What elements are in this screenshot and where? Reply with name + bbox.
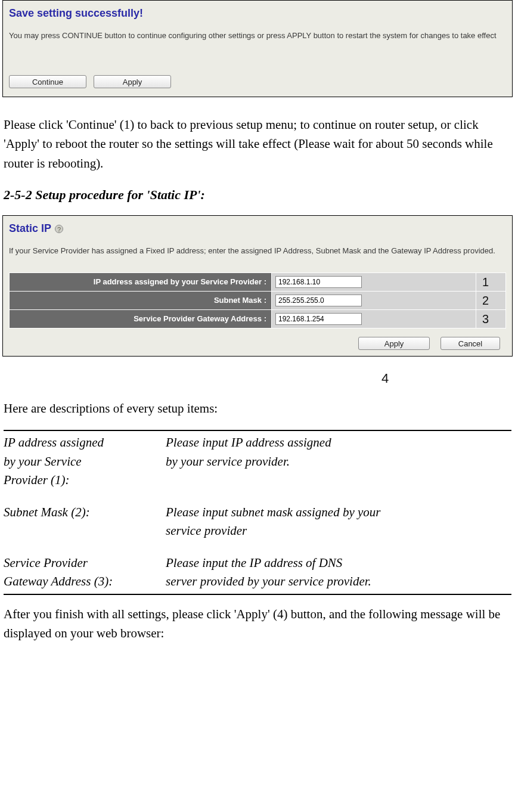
- desc-row-3: Service ProviderGateway Address (3): Ple…: [4, 554, 511, 591]
- panel1-heading: Save setting successfully!: [9, 5, 506, 21]
- panel2-desc: If your Service Provider has assigned a …: [9, 245, 506, 257]
- label-ip: IP address assigned by your Service Prov…: [10, 272, 272, 291]
- label-mask: Subnet Mask :: [10, 291, 272, 309]
- instruction-text-1: Please click 'Continue' (1) to back to p…: [4, 115, 511, 173]
- cell-mask-input: [272, 291, 476, 309]
- save-success-panel: Save setting successfully! You may press…: [2, 0, 513, 97]
- desc-text-2: Please input subnet mask assigned by you…: [166, 503, 511, 541]
- desc-name-1: IP address assignedby your ServiceProvid…: [4, 433, 166, 490]
- desc-name-2: Subnet Mask (2):: [4, 503, 166, 541]
- cell-ip-input: [272, 272, 476, 291]
- gateway-address-field[interactable]: [275, 313, 362, 325]
- ip-address-field[interactable]: [275, 276, 362, 288]
- annotation-4: 4: [381, 368, 515, 388]
- desc-text-3: Please input the IP address of DNSserver…: [166, 554, 511, 591]
- form-row-ip: IP address assigned by your Service Prov…: [10, 272, 506, 291]
- panel1-button-row: Continue Apply: [9, 75, 506, 88]
- annotation-3: 3: [476, 309, 506, 328]
- desc-name-3: Service ProviderGateway Address (3):: [4, 554, 166, 591]
- panel2-heading: Static IP ?: [9, 221, 506, 237]
- static-ip-form-table: IP address assigned by your Service Prov…: [9, 272, 506, 328]
- continue-button[interactable]: Continue: [9, 75, 86, 88]
- panel2-actions: Apply Cancel: [9, 337, 506, 350]
- label-gateway: Service Provider Gateway Address :: [10, 309, 272, 328]
- form-row-mask: Subnet Mask : 2: [10, 291, 506, 309]
- desc-row-2: Subnet Mask (2): Please input subnet mas…: [4, 503, 511, 541]
- annotation-1: 1: [476, 272, 506, 291]
- description-table: IP address assignedby your ServiceProvid…: [4, 430, 511, 595]
- subnet-mask-field[interactable]: [275, 295, 362, 306]
- instruction-text-3: After you finish with all settings, plea…: [4, 605, 511, 643]
- panel1-heading-text: Save setting successfully!: [9, 5, 143, 21]
- annotation-2: 2: [476, 291, 506, 309]
- help-icon[interactable]: ?: [55, 225, 63, 233]
- desc-row-1: IP address assignedby your ServiceProvid…: [4, 433, 511, 490]
- instruction-text-2: Here are descriptions of every setup ite…: [4, 399, 511, 419]
- panel1-desc: You may press CONTINUE button to continu…: [9, 30, 506, 42]
- form-row-gateway: Service Provider Gateway Address : 3: [10, 309, 506, 328]
- desc-text-1: Please input IP address assignedby your …: [166, 433, 511, 490]
- cell-gateway-input: [272, 309, 476, 328]
- static-ip-panel: Static IP ? If your Service Provider has…: [2, 215, 513, 357]
- section-heading: 2-5-2 Setup procedure for 'Static IP':: [4, 185, 511, 204]
- apply-button-form[interactable]: Apply: [358, 337, 430, 350]
- panel2-heading-text: Static IP: [9, 221, 51, 237]
- cancel-button[interactable]: Cancel: [440, 337, 500, 350]
- apply-button-top[interactable]: Apply: [94, 75, 171, 88]
